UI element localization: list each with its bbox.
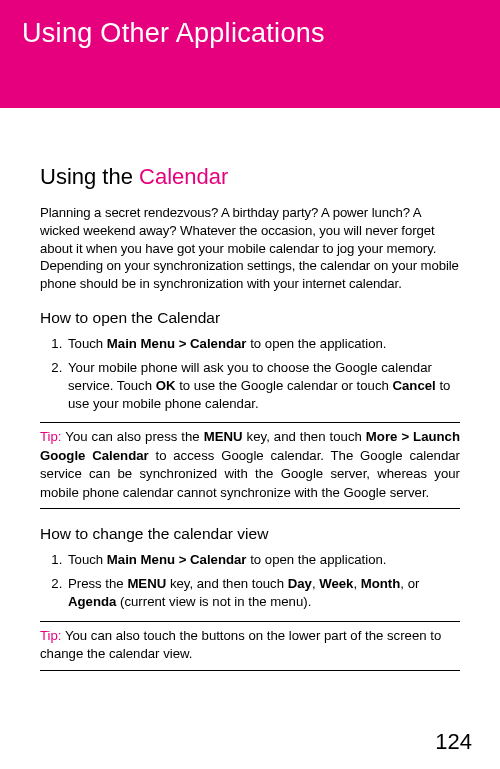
bold-text: Agenda [68, 594, 116, 609]
page-content: Using the Calendar Planning a secret ren… [0, 108, 500, 671]
text: You can also touch the buttons on the lo… [40, 628, 441, 661]
text: key, and then touch [166, 576, 287, 591]
subheading-open-calendar: How to open the Calendar [40, 309, 460, 327]
text: Press the [68, 576, 127, 591]
tip-label: Tip: [40, 429, 65, 444]
bold-text: MENU [127, 576, 166, 591]
open-calendar-steps: Touch Main Menu > Calendar to open the a… [40, 335, 460, 412]
intro-paragraph: Planning a secret rendezvous? A birthday… [40, 204, 460, 293]
text: You can also press the [65, 429, 203, 444]
list-item: Press the MENU key, and then touch Day, … [66, 575, 460, 611]
section-title-bold: Calendar [139, 164, 228, 189]
section-title-prefix: Using the [40, 164, 139, 189]
text: Touch [68, 336, 107, 351]
page-number: 124 [435, 729, 472, 755]
text: Touch [68, 552, 107, 567]
bold-text: Month [361, 576, 401, 591]
list-item: Touch Main Menu > Calendar to open the a… [66, 335, 460, 353]
bold-text: Cancel [393, 378, 436, 393]
text: to open the application. [246, 336, 386, 351]
bold-text: MENU [204, 429, 243, 444]
subheading-change-view: How to change the calendar view [40, 525, 460, 543]
section-title: Using the Calendar [40, 164, 460, 190]
tip-block-1: Tip: You can also press the MENU key, an… [40, 422, 460, 509]
bold-text: OK [156, 378, 176, 393]
bold-text: Day [288, 576, 312, 591]
list-item: Your mobile phone will ask you to choose… [66, 359, 460, 412]
text: , or [400, 576, 419, 591]
page-header: Using Other Applications [0, 0, 500, 108]
text: to open the application. [246, 552, 386, 567]
text: key, and then touch [243, 429, 366, 444]
tip-block-2: Tip: You can also touch the buttons on t… [40, 621, 460, 671]
change-view-steps: Touch Main Menu > Calendar to open the a… [40, 551, 460, 610]
list-item: Touch Main Menu > Calendar to open the a… [66, 551, 460, 569]
text: , [353, 576, 360, 591]
bold-text: Main Menu > Calendar [107, 336, 247, 351]
text: to use the Google calendar or touch [176, 378, 393, 393]
bold-text: Week [319, 576, 353, 591]
bold-text: Main Menu > Calendar [107, 552, 247, 567]
header-title: Using Other Applications [22, 18, 478, 49]
text: (current view is not in the menu). [116, 594, 311, 609]
tip-label: Tip: [40, 628, 65, 643]
